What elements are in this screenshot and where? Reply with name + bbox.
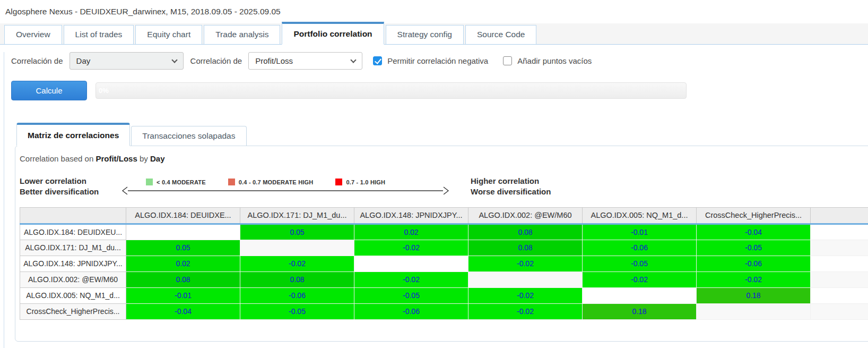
period-select[interactable]: Day (70, 52, 184, 70)
correlation-matrix-panel: Correlation based on Profit/Loss by Day … (15, 146, 868, 342)
subtab-matriz-de-correlaciones[interactable]: Matriz de correlaciones (16, 123, 130, 146)
legend-item-label: < 0.4 MODERATE (157, 179, 206, 185)
matrix-cell: -0.01 (583, 224, 697, 240)
negative-correlation-checkbox[interactable] (373, 56, 382, 65)
matrix-col-header: ALGO.IDX.005: NQ_M1_d... (583, 207, 697, 224)
caption-by: by (140, 154, 148, 163)
page-title: Algosphere Nexus - DEUIDXEUR_darwinex, M… (0, 0, 868, 16)
matrix-cell: -0.01 (126, 287, 240, 303)
period-select-value: Day (76, 56, 91, 65)
matrix-extra-cell (811, 271, 868, 287)
legend-item: < 0.4 MODERATE (146, 179, 206, 185)
matrix-row: ALGO.IDX.184: DEUIDXEU...0.050.020.08-0.… (20, 224, 868, 240)
matrix-cell: 0.08 (126, 271, 240, 287)
matrix-cell: -0.02 (697, 271, 811, 287)
matrix-row: ALGO.IDX.171: DJ_M1_du...0.05-0.020.08-0… (20, 240, 868, 256)
matrix-cell: -0.06 (583, 240, 697, 256)
matrix-cell: 0.18 (583, 303, 697, 319)
correlation-legend: Lower correlation Better diversification… (20, 176, 868, 198)
matrix-diagonal-cell (240, 240, 354, 256)
matrix-extra-cell (811, 256, 868, 271)
correlation-of-label-2: Correlación de (190, 56, 242, 65)
matrix-col-header: ALGO.IDX.148: JPNIDXJPY... (354, 207, 468, 224)
legend-lower-label: Lower correlation Better diversification (20, 176, 120, 198)
matrix-cell: 0.08 (240, 271, 354, 287)
matrix-header-row: ALGO.IDX.184: DEUIDXE...ALGO.IDX.171: DJ… (20, 207, 868, 224)
matrix-cell: -0.02 (468, 256, 583, 271)
matrix-row: ALGO.IDX.002: @EW/M600.080.08-0.02-0.02-… (20, 271, 868, 287)
matrix-cell: -0.05 (240, 303, 354, 319)
legend-item-label: 0.4 - 0.7 MODERATE HIGH (239, 179, 314, 185)
matrix-row-label: CrossCheck_HigherPrecis... (20, 303, 126, 319)
matrix-diagonal-cell (468, 271, 583, 287)
main-tabbar: OverviewList of tradesEquity chartTrade … (0, 23, 868, 45)
matrix-corner-cell (20, 207, 126, 224)
matrix-col-header: ALGO.IDX.171: DJ_M1_du... (240, 207, 354, 224)
controls-row: Correlación de Day Correlación de Profit… (11, 52, 868, 70)
matrix-cell: 0.08 (468, 240, 583, 256)
caption-basis: Profit/Loss (96, 154, 137, 163)
empty-points-checkbox-group[interactable]: Añadir puntos vacíos (503, 56, 592, 65)
matrix-extra-cell (811, 287, 868, 303)
matrix-diagonal-cell (354, 256, 468, 271)
matrix-cell: -0.06 (354, 303, 468, 319)
correlation-of-label-1: Correlación de (11, 56, 63, 65)
tab-list-of-trades[interactable]: List of trades (64, 25, 134, 45)
matrix-cell: -0.04 (126, 303, 240, 319)
matrix-cell: -0.05 (583, 256, 697, 271)
matrix-row-label: ALGO.IDX.148: JPNIDXJPY... (20, 256, 126, 271)
empty-points-checkbox[interactable] (503, 56, 512, 65)
subtab-transacciones-solapadas[interactable]: Transacciones solapadas (131, 126, 246, 146)
correlation-matrix-table: ALGO.IDX.184: DEUIDXE...ALGO.IDX.171: DJ… (20, 207, 868, 320)
matrix-cell: -0.05 (354, 287, 468, 303)
matrix-row: CrossCheck_HigherPrecis...-0.04-0.05-0.0… (20, 303, 868, 319)
legend-swatch-icon (146, 179, 153, 185)
tab-trade-analysis[interactable]: Trade analysis (204, 25, 280, 45)
matrix-cell: -0.02 (468, 287, 583, 303)
negative-correlation-checkbox-group[interactable]: Permitir correlación negativa (373, 56, 488, 65)
tab-equity-chart[interactable]: Equity chart (135, 25, 202, 45)
matrix-cell: -0.06 (240, 287, 354, 303)
matrix-row-label: ALGO.IDX.002: @EW/M60 (20, 271, 126, 287)
chevron-down-icon (350, 57, 356, 63)
matrix-cell: -0.05 (697, 240, 811, 256)
legend-item: 0.4 - 0.7 MODERATE HIGH (228, 179, 314, 185)
basis-select[interactable]: Profit/Loss (248, 52, 362, 70)
calculate-button[interactable]: Calcule (11, 81, 87, 100)
calc-row: Calcule 0% (11, 81, 868, 100)
legend-scale: < 0.4 MODERATE0.4 - 0.7 MODERATE HIGH0.7… (120, 176, 450, 198)
matrix-extra-cell (811, 303, 868, 319)
matrix-row-label: ALGO.IDX.171: DJ_M1_du... (20, 240, 126, 256)
legend-arrow-icon (120, 186, 450, 194)
matrix-cell: -0.04 (697, 224, 811, 240)
progress-text: 0% (96, 87, 109, 95)
tab-overview[interactable]: Overview (4, 25, 62, 45)
matrix-row-label: ALGO.IDX.184: DEUIDXEU... (20, 224, 126, 240)
main-panel: Correlación de Day Correlación de Profit… (4, 52, 868, 348)
caption-period: Day (150, 154, 165, 163)
matrix-cell: -0.02 (583, 271, 697, 287)
matrix-cell: -0.02 (468, 303, 583, 319)
legend-swatch-icon (228, 179, 235, 185)
matrix-cell: 0.02 (354, 224, 468, 240)
matrix-col-header: ALGO.IDX.184: DEUIDXE... (126, 207, 240, 224)
matrix-col-header-clipped (811, 207, 868, 224)
legend-higher-label: Higher correlation Worse diversification (471, 176, 551, 198)
matrix-cell: 0.05 (126, 240, 240, 256)
empty-points-label: Añadir puntos vacíos (517, 56, 592, 65)
progress-bar: 0% (96, 82, 687, 99)
legend-swatch-icon (335, 179, 342, 185)
matrix-diagonal-cell (583, 287, 697, 303)
tab-strategy-config[interactable]: Strategy config (386, 25, 464, 45)
matrix-cell: 0.05 (240, 224, 354, 240)
tab-source-code[interactable]: Source Code (465, 25, 536, 45)
matrix-cell: 0.08 (468, 224, 583, 240)
tab-portfolio-correlation[interactable]: Portfolio correlation (282, 22, 384, 45)
matrix-extra-cell (811, 224, 868, 240)
matrix-diagonal-cell (126, 224, 240, 240)
matrix-cell: 0.02 (126, 256, 240, 271)
matrix-row: ALGO.IDX.148: JPNIDXJPY...0.02-0.02-0.02… (20, 256, 868, 271)
matrix-cell: -0.02 (240, 256, 354, 271)
legend-item-label: 0.7 - 1.0 HIGH (346, 179, 385, 185)
matrix-row-label: ALGO.IDX.005: NQ_M1_d... (20, 287, 126, 303)
